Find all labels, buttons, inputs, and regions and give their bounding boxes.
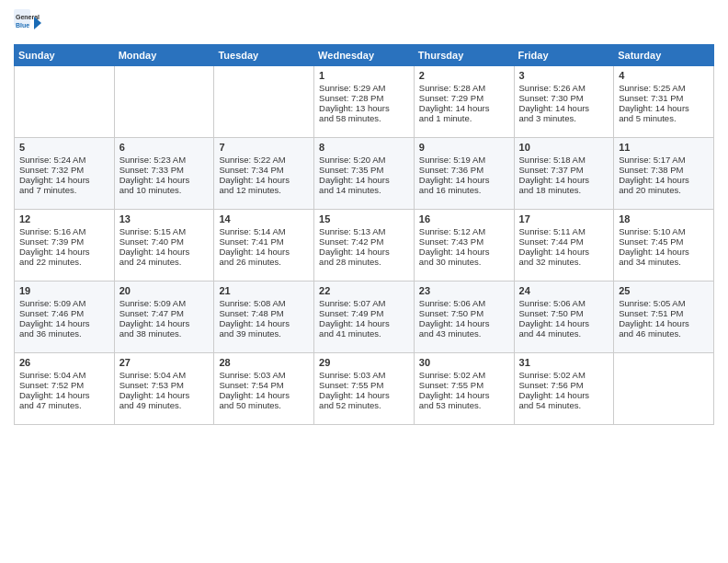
day-info-line: Daylight: 14 hours bbox=[19, 390, 109, 400]
day-cell: 18Sunrise: 5:10 AMSunset: 7:45 PMDayligh… bbox=[614, 210, 714, 282]
weekday-thursday: Thursday bbox=[414, 45, 514, 66]
day-info-line: Sunset: 7:49 PM bbox=[319, 308, 409, 318]
day-info-line: Daylight: 14 hours bbox=[119, 175, 210, 185]
day-info-line: Sunrise: 5:02 AM bbox=[519, 370, 609, 380]
day-number: 22 bbox=[319, 285, 409, 296]
day-info-line: Sunset: 7:30 PM bbox=[519, 93, 609, 103]
day-info-line: and 30 minutes. bbox=[419, 257, 509, 267]
day-info-line: Sunrise: 5:24 AM bbox=[19, 155, 109, 165]
weekday-sunday: Sunday bbox=[15, 45, 115, 66]
day-info-line: Daylight: 14 hours bbox=[119, 390, 210, 400]
day-info-line: Sunrise: 5:04 AM bbox=[19, 370, 109, 380]
day-info-line: Daylight: 14 hours bbox=[319, 390, 409, 400]
day-info-line: Sunset: 7:55 PM bbox=[319, 380, 409, 390]
day-info-line: Daylight: 14 hours bbox=[619, 247, 709, 257]
day-cell: 28Sunrise: 5:03 AMSunset: 7:54 PMDayligh… bbox=[214, 353, 314, 425]
header: General Blue bbox=[14, 9, 714, 37]
day-info-line: Daylight: 14 hours bbox=[619, 103, 709, 113]
day-info-line: Sunrise: 5:10 AM bbox=[619, 226, 709, 236]
day-number: 21 bbox=[219, 285, 309, 296]
day-info-line: and 43 minutes. bbox=[419, 328, 509, 339]
day-info-line: Sunrise: 5:18 AM bbox=[519, 155, 609, 165]
day-info-line: Sunset: 7:28 PM bbox=[319, 93, 409, 103]
day-info-line: Sunrise: 5:19 AM bbox=[419, 155, 509, 165]
day-info-line: Sunrise: 5:28 AM bbox=[419, 83, 509, 93]
day-info-line: Sunrise: 5:06 AM bbox=[419, 298, 509, 308]
day-info-line: Sunset: 7:32 PM bbox=[19, 165, 109, 175]
day-info-line: Sunset: 7:45 PM bbox=[619, 236, 709, 247]
day-cell: 6Sunrise: 5:23 AMSunset: 7:33 PMDaylight… bbox=[114, 138, 214, 210]
day-number: 7 bbox=[219, 142, 309, 153]
day-cell: 3Sunrise: 5:26 AMSunset: 7:30 PMDaylight… bbox=[514, 66, 614, 138]
day-info-line: and 36 minutes. bbox=[19, 328, 109, 339]
day-number: 3 bbox=[519, 70, 609, 81]
day-info-line: Sunrise: 5:13 AM bbox=[319, 226, 409, 236]
day-info-line: and 50 minutes. bbox=[219, 400, 309, 410]
day-info-line: Daylight: 14 hours bbox=[519, 103, 609, 113]
day-info-line: Daylight: 14 hours bbox=[519, 318, 609, 328]
day-number: 24 bbox=[519, 285, 609, 296]
day-info-line: Sunrise: 5:07 AM bbox=[319, 298, 409, 308]
day-number: 26 bbox=[19, 357, 109, 368]
day-cell: 13Sunrise: 5:15 AMSunset: 7:40 PMDayligh… bbox=[114, 210, 214, 282]
day-info-line: Sunset: 7:29 PM bbox=[419, 93, 509, 103]
day-info-line: and 47 minutes. bbox=[19, 400, 109, 410]
day-number: 18 bbox=[619, 213, 709, 224]
day-cell: 29Sunrise: 5:03 AMSunset: 7:55 PMDayligh… bbox=[314, 353, 415, 425]
day-cell: 11Sunrise: 5:17 AMSunset: 7:38 PMDayligh… bbox=[614, 138, 714, 210]
day-info-line: Sunset: 7:55 PM bbox=[419, 380, 509, 390]
weekday-header-row: SundayMondayTuesdayWednesdayThursdayFrid… bbox=[15, 45, 714, 66]
day-info-line: Sunrise: 5:09 AM bbox=[19, 298, 109, 308]
day-info-line: and 53 minutes. bbox=[419, 400, 509, 410]
day-info-line: Sunrise: 5:03 AM bbox=[219, 370, 309, 380]
day-number: 12 bbox=[19, 213, 109, 224]
day-cell bbox=[15, 66, 115, 138]
day-cell: 27Sunrise: 5:04 AMSunset: 7:53 PMDayligh… bbox=[114, 353, 214, 425]
day-number: 6 bbox=[119, 142, 210, 153]
day-info-line: Sunrise: 5:17 AM bbox=[619, 155, 709, 165]
day-cell: 10Sunrise: 5:18 AMSunset: 7:37 PMDayligh… bbox=[514, 138, 614, 210]
day-cell: 17Sunrise: 5:11 AMSunset: 7:44 PMDayligh… bbox=[514, 210, 614, 282]
day-info-line: Daylight: 14 hours bbox=[419, 390, 509, 400]
weekday-wednesday: Wednesday bbox=[314, 45, 415, 66]
day-info-line: Sunset: 7:39 PM bbox=[19, 236, 109, 247]
day-info-line: and 5 minutes. bbox=[619, 113, 709, 123]
day-cell: 12Sunrise: 5:16 AMSunset: 7:39 PMDayligh… bbox=[15, 210, 115, 282]
day-info-line: Daylight: 14 hours bbox=[219, 247, 309, 257]
day-cell: 4Sunrise: 5:25 AMSunset: 7:31 PMDaylight… bbox=[614, 66, 714, 138]
day-number: 27 bbox=[119, 357, 210, 368]
day-info-line: Sunrise: 5:29 AM bbox=[319, 83, 409, 93]
day-info-line: and 12 minutes. bbox=[219, 185, 309, 195]
day-info-line: Daylight: 14 hours bbox=[219, 390, 309, 400]
day-info-line: Daylight: 14 hours bbox=[19, 175, 109, 185]
day-info-line: Daylight: 14 hours bbox=[319, 247, 409, 257]
logo-combined: General Blue bbox=[14, 9, 41, 37]
day-info-line: and 20 minutes. bbox=[619, 185, 709, 195]
day-number: 8 bbox=[319, 142, 409, 153]
day-info-line: Sunrise: 5:22 AM bbox=[219, 155, 309, 165]
day-info-line: Sunset: 7:53 PM bbox=[119, 380, 210, 390]
day-number: 29 bbox=[319, 357, 409, 368]
day-cell: 14Sunrise: 5:14 AMSunset: 7:41 PMDayligh… bbox=[214, 210, 314, 282]
day-cell: 22Sunrise: 5:07 AMSunset: 7:49 PMDayligh… bbox=[314, 282, 415, 353]
day-info-line: Sunset: 7:36 PM bbox=[419, 165, 509, 175]
day-info-line: and 46 minutes. bbox=[619, 328, 709, 339]
day-info-line: Daylight: 13 hours bbox=[319, 103, 409, 113]
day-info-line: and 26 minutes. bbox=[219, 257, 309, 267]
day-info-line: Sunrise: 5:04 AM bbox=[119, 370, 210, 380]
week-row-3: 12Sunrise: 5:16 AMSunset: 7:39 PMDayligh… bbox=[15, 210, 714, 282]
day-info-line: Sunset: 7:37 PM bbox=[519, 165, 609, 175]
day-cell: 21Sunrise: 5:08 AMSunset: 7:48 PMDayligh… bbox=[214, 282, 314, 353]
day-info-line: and 7 minutes. bbox=[19, 185, 109, 195]
day-info-line: Daylight: 14 hours bbox=[119, 247, 210, 257]
day-info-line: Daylight: 14 hours bbox=[419, 103, 509, 113]
day-info-line: Sunset: 7:50 PM bbox=[519, 308, 609, 318]
day-info-line: Daylight: 14 hours bbox=[419, 247, 509, 257]
day-info-line: Daylight: 14 hours bbox=[19, 247, 109, 257]
day-cell bbox=[214, 66, 314, 138]
day-info-line: and 24 minutes. bbox=[119, 257, 210, 267]
day-info-line: Sunrise: 5:02 AM bbox=[419, 370, 509, 380]
day-info-line: Sunset: 7:31 PM bbox=[619, 93, 709, 103]
day-info-line: Sunrise: 5:20 AM bbox=[319, 155, 409, 165]
day-number: 31 bbox=[519, 357, 609, 368]
